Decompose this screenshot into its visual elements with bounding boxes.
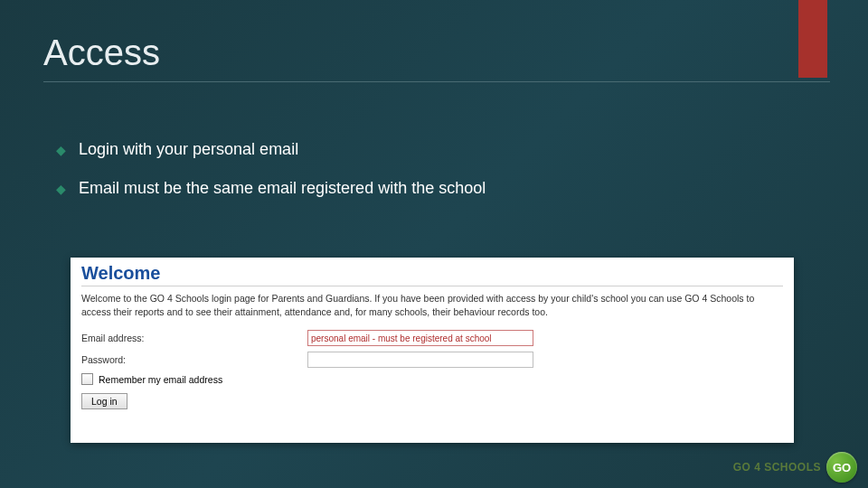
brand-logo: GO 4 SCHOOLS GO [733, 452, 857, 483]
password-field[interactable] [307, 352, 533, 368]
login-panel: Welcome Welcome to the GO 4 Schools logi… [71, 258, 794, 443]
login-button[interactable]: Log in [81, 393, 127, 409]
remember-checkbox[interactable] [81, 373, 93, 385]
go-badge-icon: GO [826, 452, 857, 483]
bullet-list: ◆ Login with your personal email ◆ Email… [56, 140, 486, 218]
email-label: Email address: [81, 333, 307, 343]
title-underline [43, 81, 830, 82]
password-row: Password: [81, 352, 783, 368]
accent-bar [798, 0, 827, 78]
email-row: Email address: [81, 330, 783, 346]
diamond-icon: ◆ [56, 143, 66, 157]
welcome-heading: Welcome [81, 263, 783, 284]
email-field[interactable] [307, 330, 533, 346]
slide-title: Access [43, 33, 160, 73]
bullet-text: Email must be the same email registered … [79, 179, 486, 198]
bullet-item: ◆ Email must be the same email registere… [56, 179, 486, 198]
brand-name: GO 4 SCHOOLS [733, 461, 821, 474]
password-label: Password: [81, 354, 307, 365]
divider [81, 286, 783, 286]
bullet-text: Login with your personal email [79, 140, 298, 159]
diamond-icon: ◆ [56, 182, 66, 196]
bullet-item: ◆ Login with your personal email [56, 140, 486, 159]
remember-label: Remember my email address [99, 374, 222, 385]
welcome-intro: Welcome to the GO 4 Schools login page f… [81, 292, 783, 319]
remember-row: Remember my email address [81, 373, 783, 385]
